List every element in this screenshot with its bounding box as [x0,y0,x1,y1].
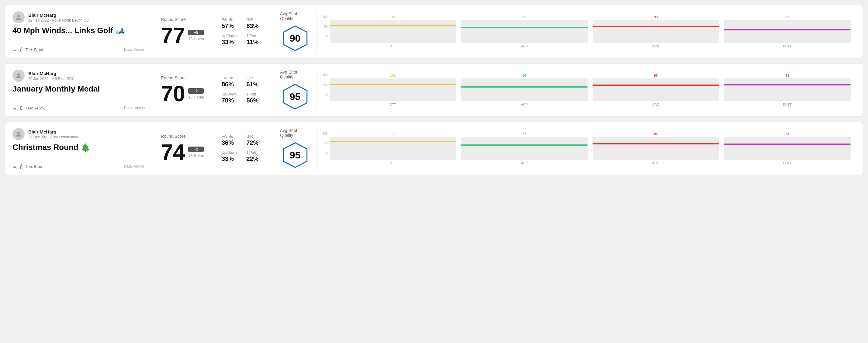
hexagon-container: 95 [282,83,309,111]
round-title: 40 Mph Winds... Links Golf 🎿 [12,26,145,35]
bar-wrapper [461,137,588,160]
chart-x-label: APP [521,44,528,48]
bar-wrapper [593,79,719,101]
chart-x-label: PUTT [783,44,792,48]
score-details: +5 18 Holes [188,30,204,41]
fw-hit-label: FW Hit [222,18,241,22]
cloud-icon: ☁ [12,47,17,52]
chart-x-label: ARG [652,103,659,106]
chart-columns: 101 OTT 86 APP 96 ARG 99 [330,73,851,106]
card-score: Round Score 70 -2 18 Holes [152,70,213,111]
y-label-0: 0 [322,93,328,96]
score-badge: -2 [188,88,204,94]
score-holes: 18 Holes [188,95,204,99]
data-source: Data: Arccos [124,106,145,110]
bar-line [593,26,719,27]
updown-value: 33% [222,39,241,45]
gir-label: GIR [247,134,266,139]
stat-fw-hit: FW Hit 86% [222,76,241,88]
chart-column: 93 PUTT [724,132,851,165]
card-chart: 100 50 0 107 OTT 95 APP 98 [316,11,856,52]
oneputt-label: 1 Putt [247,34,266,38]
chart-column: 107 OTT [330,15,456,48]
chart-column: 95 APP [461,15,588,48]
y-label-50: 50 [322,142,328,145]
chart-column: 96 ARG [593,73,719,106]
chart-value: 95 [654,132,658,136]
bar-background [593,20,719,43]
bar-line [461,27,588,28]
stats-grid: FW Hit 57% GIR 83% Up/Down 33% 1 Putt 11… [222,18,265,45]
bar-line [330,25,456,26]
chart-column: 87 APP [461,132,588,165]
chart-x-label: OTT [390,44,396,48]
bar-line [593,85,719,86]
score-row: 74 +2 18 Holes [161,141,204,163]
updown-value: 78% [222,97,241,104]
chart-x-label: ARG [652,161,659,165]
user-icon [15,72,22,80]
tee-info: ☁ 🏌 Tee: Blue [12,164,42,169]
svg-point-2 [17,73,20,76]
stat-gir: GIR 72% [247,134,266,146]
hexagon-container: 95 [282,142,309,169]
bar-line [724,144,851,145]
avatar [12,70,25,82]
chart-value: 98 [654,15,658,19]
user-icon [15,130,22,138]
chart-value: 110 [390,132,396,136]
stat-oneputt: 1 Putt 22% [247,151,266,162]
chart-column: 99 PUTT [724,73,851,106]
bar-line [330,141,456,142]
oneputt-label: 1 Putt [247,92,266,96]
chart-value: 107 [390,15,396,19]
chart-column: 95 ARG [593,132,719,165]
round-title: Christmas Round 🎄 [12,143,145,152]
user-icon [15,14,22,21]
gir-value: 61% [247,81,266,88]
card-stats: FW Hit 36% GIR 72% Up/Down 33% 1 Putt 22… [213,128,274,169]
card-footer: ☁ 🏌 Tee: Black Data: Arccos [12,47,145,52]
chart-value: 82 [785,15,789,19]
hexagon-container: 90 [282,25,309,52]
avatar [12,128,25,140]
quality-label: Avg Shot Quality [280,128,310,138]
chart-x-label: ARG [652,44,659,48]
date-course: 27 Dec 2021 · The Oxfordshire [28,135,78,139]
card-score: Round Score 77 +5 18 Holes [152,11,213,52]
bar-line [724,84,851,86]
stat-updown: Up/Down 33% [222,151,241,162]
quality-label: Avg Shot Quality [280,70,310,80]
chart-y-axis: 100 50 0 [322,132,330,155]
card-footer: ☁ 🏌 Tee: Yellow Data: Arccos [12,105,145,111]
chart-column: 86 APP [461,73,588,106]
score-number: 70 [161,83,185,104]
fw-hit-label: FW Hit [222,76,241,80]
tee-label: Tee: Black [26,48,44,52]
chart-wrapper: 100 50 0 107 OTT 95 APP 98 [322,15,851,48]
bar-background [330,79,456,101]
stats-grid: FW Hit 86% GIR 61% Up/Down 78% 1 Putt 56… [222,76,265,104]
score-number: 74 [161,141,185,163]
chart-x-label: PUTT [783,161,792,165]
chart-value: 86 [522,73,526,77]
bar-background [724,20,851,43]
bar-background [330,20,456,43]
chart-value: 87 [522,132,526,136]
chart-x-label: APP [521,103,528,106]
gir-value: 83% [247,23,266,30]
tee-info: ☁ 🏌 Tee: Black [12,47,44,52]
score-row: 77 +5 18 Holes [161,24,204,46]
chart-x-label: PUTT [783,103,792,106]
cloud-icon: ☁ [12,164,17,169]
card-score: Round Score 74 +2 18 Holes [152,128,213,169]
card-left: Blair McHarg 12 Feb 2022 · Royal North D… [12,11,152,52]
user-info: Blair McHarg 27 Dec 2021 · The Oxfordshi… [12,128,145,140]
chart-x-label: OTT [390,103,396,106]
card-stats: FW Hit 86% GIR 61% Up/Down 78% 1 Putt 56… [213,70,274,111]
oneputt-value: 11% [247,39,266,45]
card-stats: FW Hit 57% GIR 83% Up/Down 33% 1 Putt 11… [213,11,274,52]
round-card: Blair McHarg 29 Jan 2022 · Mill Ride GCC… [5,63,863,117]
y-label-0: 0 [322,35,328,38]
bar-wrapper [461,79,588,101]
